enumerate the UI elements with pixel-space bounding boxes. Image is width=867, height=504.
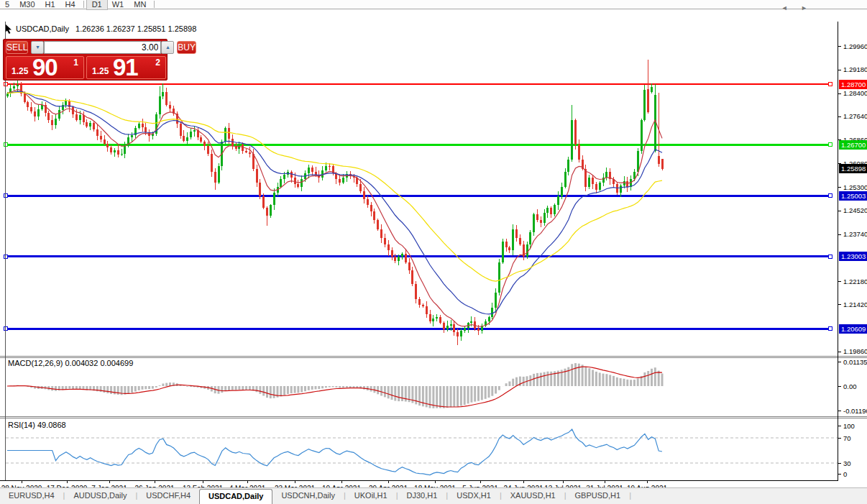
price-tick-label: 1.28400 [843, 89, 867, 97]
chart-tab-usdcnh-daily[interactable]: USDCNH,Daily [272, 488, 344, 504]
macd-axis: 0.01135 0.00 -0.01190 [838, 357, 867, 417]
plot-left-border [5, 22, 6, 481]
price-tick [838, 70, 841, 70]
date-tick [295, 481, 295, 483]
date-tick [247, 481, 248, 483]
price-tick-label: 1.23740 [843, 230, 867, 238]
rsi-tick [838, 426, 841, 426]
chart-tab-usdcad-daily[interactable]: USDCAD,Daily [199, 489, 272, 504]
price-tick-label: 1.21420 [843, 301, 867, 308]
chart-tab-eurusd-h4[interactable]: EURUSD,H4 [0, 488, 63, 504]
time-axis-line [0, 480, 838, 481]
price-level-badge: 1.28700 [839, 80, 867, 89]
tab-scroll-arrows[interactable]: ◄ ► [781, 4, 813, 12]
price-tick [838, 187, 841, 188]
volume-increase-button[interactable]: ▲ [161, 41, 174, 54]
buy-price-tile[interactable]: 1.25 91 2 [86, 56, 166, 79]
price-tick-label: 1.24520 [843, 206, 867, 214]
date-tick [67, 481, 68, 483]
date-tick [647, 481, 648, 483]
timeframe-toolbar: 5M30H1H4D1W1MN [0, 0, 867, 9]
chart-tab-bar: EURUSD,H4|AUDUSD,Daily|USDCHF,H4USDCAD,D… [0, 487, 867, 504]
chart-tab-usdchf-h4[interactable]: USDCHF,H4 [137, 488, 199, 504]
buy-button[interactable]: BUY [177, 41, 196, 54]
chart-tab-usdx-h1[interactable]: USDX,H1 [448, 488, 500, 504]
price-level-badge: 1.25898 [839, 164, 867, 173]
rsi-axis: 100 70 30 0 [838, 418, 867, 480]
price-level-badge: 1.23003 [839, 252, 867, 261]
macd-tick-label: 0.00 [843, 382, 857, 390]
price-tick-label: 1.29180 [843, 65, 867, 73]
rsi-tick-label: 70 [843, 434, 851, 442]
date-tick [563, 481, 564, 483]
date-tick [523, 481, 524, 483]
timeframe-button-W1[interactable]: W1 [107, 0, 129, 9]
sell-price-tile[interactable]: 1.25 90 1 [6, 56, 84, 79]
sell-price-point: 1 [73, 58, 78, 68]
date-tick [22, 481, 22, 483]
macd-tick [838, 362, 841, 362]
buy-price-pips: 91 [113, 54, 138, 81]
price-tick [838, 46, 841, 47]
volume-input[interactable] [44, 41, 161, 54]
price-tick [838, 352, 841, 352]
price-tick [838, 304, 841, 305]
price-tick [838, 234, 841, 235]
macd-tick-label: -0.01190 [843, 407, 867, 415]
macd-tick [838, 386, 841, 387]
sell-button[interactable]: SELL [6, 41, 28, 54]
rsi-indicator-canvas[interactable] [0, 418, 838, 480]
sell-price-prefix: 1.25 [12, 66, 28, 76]
chart-tab-gbpusd-h1[interactable]: GBPUSD,H1 [566, 488, 630, 504]
price-tick [838, 281, 841, 282]
pane-splitter[interactable] [0, 356, 867, 357]
rsi-tick [838, 474, 841, 475]
timeframe-button-MN[interactable]: MN [129, 0, 151, 9]
price-tick [838, 116, 841, 117]
pane-splitter [0, 357, 867, 358]
timeframe-button-H1[interactable]: H1 [40, 0, 60, 9]
date-tick [203, 481, 203, 483]
price-tick-label: 1.29960 [843, 42, 867, 50]
price-level-badge: 1.20609 [839, 324, 867, 334]
rsi-tick-label: 0 [843, 470, 847, 478]
timeframe-button-D1[interactable]: D1 [87, 0, 107, 9]
chart-tab-xauusd-h1[interactable]: XAUUSD,H1 [502, 488, 564, 504]
one-click-trading-widget: SELL ▼ ▲ BUY 1.25 90 1 1.25 91 2 [3, 39, 168, 81]
chart-tab-dj30-h1[interactable]: DJ30,H1 [398, 488, 446, 504]
date-tick [480, 481, 481, 483]
date-tick [109, 481, 110, 483]
chart-window[interactable]: USDCAD,Daily 1.26236 1.26237 1.25851 1.2… [0, 10, 867, 487]
macd-label: MACD(12,26,9) 0.004032 0.004699 [8, 359, 133, 367]
rsi-tick [838, 438, 841, 439]
volume-decrease-button[interactable]: ▼ [31, 41, 44, 54]
trading-platform-window: 5M30H1H4D1W1MN USDCAD,Daily 1.26236 1.26… [0, 0, 867, 504]
date-tick [435, 481, 436, 483]
rsi-tick-label: 30 [843, 459, 851, 467]
volume-control: ▼ ▲ [31, 41, 174, 54]
tab-separator: | [629, 488, 631, 504]
price-tick-label: 1.27640 [843, 112, 867, 120]
timeframe-button-5[interactable]: 5 [0, 0, 14, 9]
pane-splitter[interactable] [0, 416, 867, 417]
toolbar-separator [83, 1, 84, 8]
price-axis[interactable]: 1.29960 1.29180 1.28400 1.27640 1.26860 … [838, 22, 867, 356]
date-tick [388, 481, 389, 483]
date-tick [605, 481, 605, 483]
timeframe-button-M30[interactable]: M30 [14, 0, 40, 9]
chart-tab-audusd-daily[interactable]: AUDUSD,Daily [65, 488, 135, 504]
price-tick-label: 1.25300 [843, 183, 867, 191]
timeframe-button-H4[interactable]: H4 [60, 0, 81, 9]
buy-price-prefix: 1.25 [92, 66, 109, 76]
rsi-tick [838, 463, 841, 464]
chart-tab-ukoil-h1[interactable]: UKOil,H1 [346, 488, 396, 504]
price-tick-label: 1.22180 [843, 278, 867, 285]
date-tick [341, 481, 342, 483]
date-tick [155, 481, 155, 483]
macd-tick-label: 0.01135 [843, 358, 867, 366]
rsi-tick-label: 100 [843, 422, 855, 430]
sell-price-pips: 90 [32, 54, 58, 81]
toolbar-separator [154, 1, 155, 8]
price-tick [838, 211, 841, 211]
price-tick-label: 1.19860 [843, 347, 867, 355]
